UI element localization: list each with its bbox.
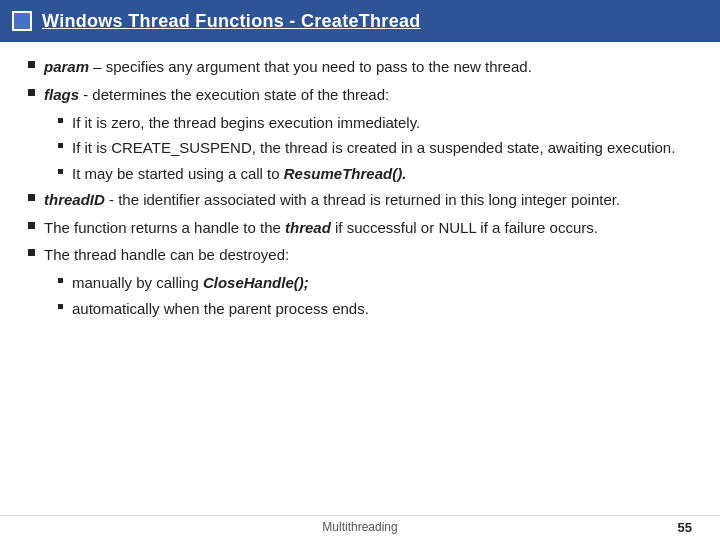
bullet-marker [28, 249, 35, 256]
slide-container: Windows Thread Functions - CreateThread … [0, 0, 720, 540]
bullet-content: – specifies any argument that you need t… [93, 58, 532, 75]
bullet-marker [28, 194, 35, 201]
keyword-param: param [44, 58, 89, 75]
sub-bullet-marker [58, 304, 63, 309]
keyword-flags: flags [44, 86, 79, 103]
keyword-resumethread: ResumeThread(). [284, 165, 407, 182]
content-area: param – specifies any argument that you … [0, 42, 720, 515]
list-item: If it is zero, the thread begins executi… [58, 112, 692, 134]
list-item: The function returns a handle to the thr… [28, 217, 692, 239]
bullet-marker [28, 222, 35, 229]
sub-bullet-marker [58, 169, 63, 174]
list-item: The thread handle can be destroyed: [28, 244, 692, 266]
keyword-threadid: threadID [44, 191, 105, 208]
bullet-marker [28, 61, 35, 68]
sub-bullet-text: If it is zero, the thread begins executi… [72, 112, 420, 134]
bullet-content: - determines the execution state of the … [83, 86, 389, 103]
bullet-text: The function returns a handle to the thr… [44, 217, 598, 239]
footer-label: Multithreading [322, 520, 397, 534]
list-item: threadID - the identifier associated wit… [28, 189, 692, 211]
list-item: If it is CREATE_SUSPEND, the thread is c… [58, 137, 692, 159]
list-item: manually by calling CloseHandle(); [58, 272, 692, 294]
bullet-text: threadID - the identifier associated wit… [44, 189, 620, 211]
bullet-text: param – specifies any argument that you … [44, 56, 532, 78]
list-item: param – specifies any argument that you … [28, 56, 692, 78]
list-item: flags - determines the execution state o… [28, 84, 692, 106]
list-item: automatically when the parent process en… [58, 298, 692, 320]
footer: Multithreading 55 [0, 515, 720, 540]
keyword-thread: thread [285, 219, 331, 236]
sub-bullet-marker [58, 118, 63, 123]
sub-bullet-text: manually by calling CloseHandle(); [72, 272, 309, 294]
bullet-text: The thread handle can be destroyed: [44, 244, 289, 266]
bullet-marker [28, 89, 35, 96]
sub-bullet-text: automatically when the parent process en… [72, 298, 369, 320]
list-item: It may be started using a call to Resume… [58, 163, 692, 185]
keyword-closehandle: CloseHandle(); [203, 274, 309, 291]
sub-bullet-text: It may be started using a call to Resume… [72, 163, 406, 185]
sub-bullet-marker [58, 278, 63, 283]
title-bar: Windows Thread Functions - CreateThread [0, 0, 720, 42]
page-number: 55 [678, 520, 692, 535]
bullet-content: - the identifier associated with a threa… [109, 191, 620, 208]
slide-title: Windows Thread Functions - CreateThread [42, 11, 421, 32]
sub-bullet-text: If it is CREATE_SUSPEND, the thread is c… [72, 137, 675, 159]
title-icon [12, 11, 32, 31]
sub-bullet-marker [58, 143, 63, 148]
bullet-text: flags - determines the execution state o… [44, 84, 389, 106]
